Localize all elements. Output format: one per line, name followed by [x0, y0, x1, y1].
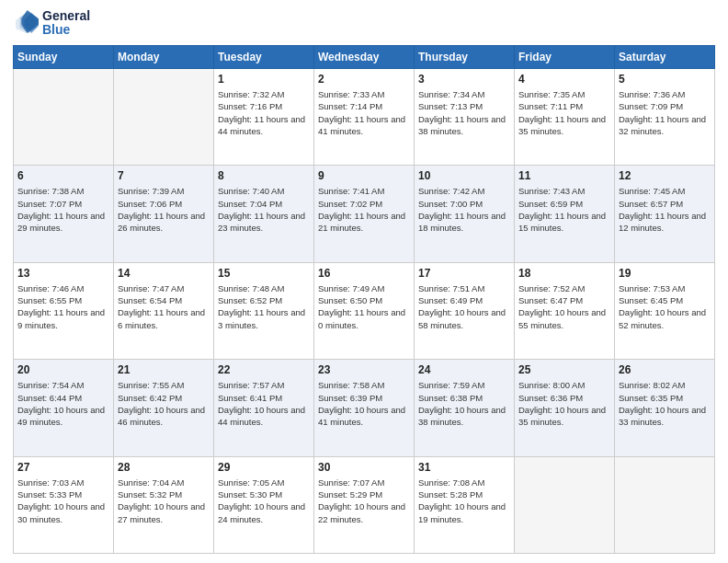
week-row-3: 13Sunrise: 7:46 AMSunset: 6:55 PMDayligh…: [14, 262, 715, 359]
day-number: 25: [518, 362, 610, 377]
weekday-header-wednesday: Wednesday: [314, 45, 415, 68]
calendar-cell: 24Sunrise: 7:59 AMSunset: 6:38 PMDayligh…: [415, 360, 515, 456]
calendar-cell: [515, 456, 615, 553]
calendar-cell: 30Sunrise: 7:07 AMSunset: 5:29 PMDayligh…: [314, 456, 415, 553]
calendar-cell: 19Sunrise: 7:53 AMSunset: 6:45 PMDayligh…: [615, 262, 715, 359]
day-info: Sunrise: 7:51 AMSunset: 6:49 PMDaylight:…: [418, 282, 510, 331]
day-info: Sunrise: 7:55 AMSunset: 6:42 PMDaylight:…: [118, 379, 210, 428]
day-info: Sunrise: 7:36 AMSunset: 7:09 PMDaylight:…: [619, 88, 711, 137]
day-number: 23: [318, 362, 410, 377]
day-number: 16: [318, 266, 410, 281]
day-number: 1: [218, 72, 310, 86]
day-number: 19: [619, 266, 711, 281]
day-number: 6: [17, 168, 109, 183]
day-info: Sunrise: 7:38 AMSunset: 7:07 PMDaylight:…: [17, 185, 109, 234]
day-number: 17: [418, 266, 510, 281]
weekday-header-friday: Friday: [515, 45, 615, 68]
calendar-cell: 14Sunrise: 7:47 AMSunset: 6:54 PMDayligh…: [114, 262, 214, 359]
day-number: 13: [17, 266, 109, 281]
day-info: Sunrise: 7:57 AMSunset: 6:41 PMDaylight:…: [218, 379, 310, 428]
calendar-cell: 25Sunrise: 8:00 AMSunset: 6:36 PMDayligh…: [515, 360, 615, 456]
calendar-cell: 31Sunrise: 7:08 AMSunset: 5:28 PMDayligh…: [415, 456, 515, 553]
week-row-4: 20Sunrise: 7:54 AMSunset: 6:44 PMDayligh…: [14, 360, 715, 456]
day-info: Sunrise: 7:52 AMSunset: 6:47 PMDaylight:…: [518, 282, 610, 331]
day-info: Sunrise: 7:42 AMSunset: 7:00 PMDaylight:…: [418, 185, 510, 234]
day-info: Sunrise: 7:48 AMSunset: 6:52 PMDaylight:…: [218, 282, 310, 331]
calendar-cell: 26Sunrise: 8:02 AMSunset: 6:35 PMDayligh…: [615, 360, 715, 456]
calendar-cell: 22Sunrise: 7:57 AMSunset: 6:41 PMDayligh…: [214, 360, 314, 456]
calendar-cell: 27Sunrise: 7:03 AMSunset: 5:33 PMDayligh…: [14, 456, 114, 553]
day-number: 29: [218, 460, 310, 475]
day-number: 4: [518, 72, 610, 86]
calendar-cell: [114, 68, 214, 165]
weekday-header-saturday: Saturday: [615, 45, 715, 68]
calendar-cell: 8Sunrise: 7:40 AMSunset: 7:04 PMDaylight…: [214, 166, 314, 262]
day-info: Sunrise: 7:41 AMSunset: 7:02 PMDaylight:…: [318, 185, 410, 234]
calendar-cell: 21Sunrise: 7:55 AMSunset: 6:42 PMDayligh…: [114, 360, 214, 456]
day-info: Sunrise: 7:40 AMSunset: 7:04 PMDaylight:…: [218, 185, 310, 234]
calendar-cell: 23Sunrise: 7:58 AMSunset: 6:39 PMDayligh…: [314, 360, 415, 456]
day-info: Sunrise: 7:05 AMSunset: 5:30 PMDaylight:…: [218, 477, 310, 525]
calendar-cell: 17Sunrise: 7:51 AMSunset: 6:49 PMDayligh…: [415, 262, 515, 359]
day-number: 12: [619, 168, 711, 183]
day-info: Sunrise: 7:59 AMSunset: 6:38 PMDaylight:…: [418, 379, 510, 428]
calendar-cell: 9Sunrise: 7:41 AMSunset: 7:02 PMDaylight…: [314, 166, 415, 262]
calendar-cell: 12Sunrise: 7:45 AMSunset: 6:57 PMDayligh…: [615, 166, 715, 262]
calendar-cell: 3Sunrise: 7:34 AMSunset: 7:13 PMDaylight…: [415, 68, 515, 165]
calendar-table: SundayMondayTuesdayWednesdayThursdayFrid…: [13, 45, 715, 554]
day-info: Sunrise: 7:04 AMSunset: 5:32 PMDaylight:…: [118, 477, 210, 525]
week-row-5: 27Sunrise: 7:03 AMSunset: 5:33 PMDayligh…: [14, 456, 715, 553]
weekday-header-sunday: Sunday: [14, 45, 114, 68]
day-number: 31: [418, 460, 510, 475]
day-number: 26: [619, 362, 711, 377]
calendar-cell: 2Sunrise: 7:33 AMSunset: 7:14 PMDaylight…: [314, 68, 415, 165]
day-info: Sunrise: 7:39 AMSunset: 7:06 PMDaylight:…: [118, 185, 210, 234]
day-info: Sunrise: 7:53 AMSunset: 6:45 PMDaylight:…: [619, 282, 711, 331]
day-info: Sunrise: 7:03 AMSunset: 5:33 PMDaylight:…: [17, 477, 109, 525]
page: General Blue SundayMondayTuesdayWednesda…: [0, 0, 728, 563]
day-number: 30: [318, 460, 410, 475]
calendar-cell: 11Sunrise: 7:43 AMSunset: 6:59 PMDayligh…: [515, 166, 615, 262]
calendar-cell: 18Sunrise: 7:52 AMSunset: 6:47 PMDayligh…: [515, 262, 615, 359]
day-info: Sunrise: 7:35 AMSunset: 7:11 PMDaylight:…: [518, 88, 610, 137]
day-number: 11: [518, 168, 610, 183]
calendar-cell: 28Sunrise: 7:04 AMSunset: 5:32 PMDayligh…: [114, 456, 214, 553]
day-info: Sunrise: 7:08 AMSunset: 5:28 PMDaylight:…: [418, 477, 510, 525]
day-info: Sunrise: 7:49 AMSunset: 6:50 PMDaylight:…: [318, 282, 410, 331]
day-info: Sunrise: 7:45 AMSunset: 6:57 PMDaylight:…: [619, 185, 711, 234]
calendar-cell: 10Sunrise: 7:42 AMSunset: 7:00 PMDayligh…: [415, 166, 515, 262]
week-row-1: 1Sunrise: 7:32 AMSunset: 7:16 PMDaylight…: [14, 68, 715, 165]
day-info: Sunrise: 7:54 AMSunset: 6:44 PMDaylight:…: [17, 379, 109, 428]
calendar-cell: [615, 456, 715, 553]
day-number: 7: [118, 168, 210, 183]
calendar-cell: 15Sunrise: 7:48 AMSunset: 6:52 PMDayligh…: [214, 262, 314, 359]
day-number: 10: [418, 168, 510, 183]
logo-icon: [13, 10, 39, 36]
day-info: Sunrise: 7:32 AMSunset: 7:16 PMDaylight:…: [218, 88, 310, 137]
header: General Blue: [13, 9, 715, 38]
day-number: 15: [218, 266, 310, 281]
calendar-cell: 5Sunrise: 7:36 AMSunset: 7:09 PMDaylight…: [615, 68, 715, 165]
weekday-header-row: SundayMondayTuesdayWednesdayThursdayFrid…: [14, 45, 715, 68]
logo-text: General Blue: [42, 9, 90, 38]
week-row-2: 6Sunrise: 7:38 AMSunset: 7:07 PMDaylight…: [14, 166, 715, 262]
calendar-cell: 20Sunrise: 7:54 AMSunset: 6:44 PMDayligh…: [14, 360, 114, 456]
day-info: Sunrise: 8:00 AMSunset: 6:36 PMDaylight:…: [518, 379, 610, 428]
logo: General Blue: [13, 9, 90, 38]
day-info: Sunrise: 7:47 AMSunset: 6:54 PMDaylight:…: [118, 282, 210, 331]
day-info: Sunrise: 7:46 AMSunset: 6:55 PMDaylight:…: [17, 282, 109, 331]
day-number: 20: [17, 362, 109, 377]
weekday-header-monday: Monday: [114, 45, 214, 68]
day-number: 22: [218, 362, 310, 377]
calendar-cell: [14, 68, 114, 165]
calendar-cell: 13Sunrise: 7:46 AMSunset: 6:55 PMDayligh…: [14, 262, 114, 359]
calendar-cell: 7Sunrise: 7:39 AMSunset: 7:06 PMDaylight…: [114, 166, 214, 262]
day-info: Sunrise: 7:34 AMSunset: 7:13 PMDaylight:…: [418, 88, 510, 137]
day-info: Sunrise: 8:02 AMSunset: 6:35 PMDaylight:…: [619, 379, 711, 428]
day-number: 24: [418, 362, 510, 377]
day-info: Sunrise: 7:33 AMSunset: 7:14 PMDaylight:…: [318, 88, 410, 137]
calendar-cell: 1Sunrise: 7:32 AMSunset: 7:16 PMDaylight…: [214, 68, 314, 165]
day-number: 9: [318, 168, 410, 183]
day-number: 27: [17, 460, 109, 475]
weekday-header-tuesday: Tuesday: [214, 45, 314, 68]
